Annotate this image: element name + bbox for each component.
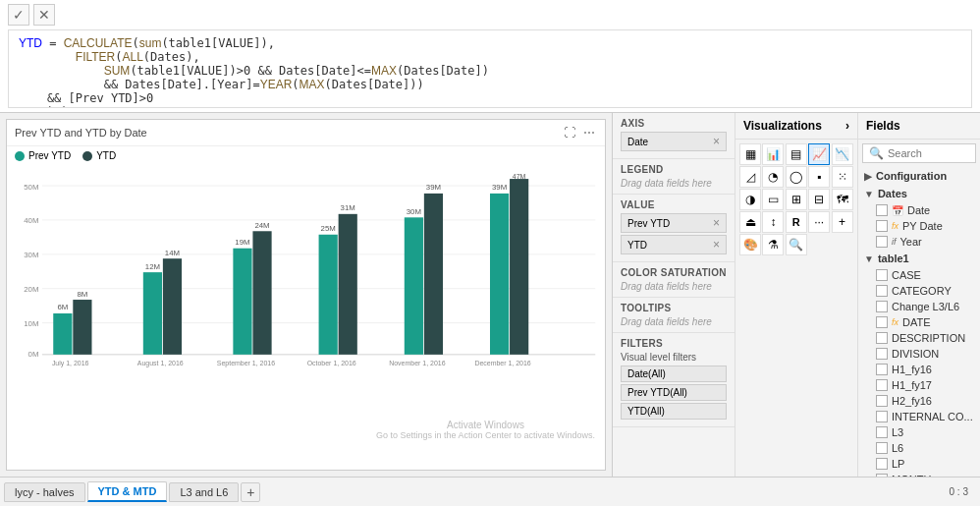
- viz-matrix[interactable]: ⊟: [808, 189, 830, 210]
- svg-text:July 1, 2016: July 1, 2016: [52, 360, 89, 367]
- filter-prev-ytd[interactable]: Prev YTD(All): [621, 384, 727, 401]
- viz-map[interactable]: 🗺: [832, 189, 853, 210]
- field-year[interactable]: if Year: [858, 234, 980, 250]
- viz-card[interactable]: ▭: [762, 189, 784, 210]
- tab-l3-l6[interactable]: L3 and L6: [169, 482, 239, 502]
- field-h1fy17[interactable]: H1_fy17: [858, 377, 980, 393]
- field-l6-cb[interactable]: [876, 442, 888, 454]
- tooltips-hint: Drag data fields here: [621, 316, 727, 327]
- field-h1fy17-cb[interactable]: [876, 379, 888, 391]
- field-year-cb[interactable]: [876, 236, 888, 248]
- field-py-date[interactable]: fx PY Date: [858, 218, 980, 234]
- field-internal-co[interactable]: INTERNAL CO...: [858, 409, 980, 424]
- fields-search-input[interactable]: [888, 147, 980, 159]
- viz-expand-icon[interactable]: ›: [845, 119, 849, 133]
- svg-text:0M: 0M: [28, 350, 39, 359]
- field-category[interactable]: CATEGORY: [858, 283, 980, 299]
- svg-text:30M: 30M: [24, 251, 38, 259]
- field-h2fy16-cb[interactable]: [876, 395, 888, 407]
- tab-lycy-halves[interactable]: lycy - halves: [4, 482, 85, 502]
- field-h1fy16[interactable]: H1_fy16: [858, 362, 980, 377]
- viz-gauge[interactable]: ◑: [739, 189, 761, 210]
- viz-custom[interactable]: +: [832, 211, 853, 233]
- chart-expand-icon[interactable]: ⛶: [562, 124, 577, 141]
- viz-line[interactable]: 📉: [832, 143, 853, 165]
- field-change-cb[interactable]: [876, 301, 888, 312]
- field-l6[interactable]: L6: [858, 440, 980, 456]
- ytd-pill[interactable]: YTD ×: [621, 235, 727, 254]
- viz-filter-tool[interactable]: ⚗: [762, 234, 784, 255]
- viz-pie[interactable]: ◔: [762, 166, 784, 188]
- field-case-cb[interactable]: [876, 269, 888, 281]
- chart-focus-icon[interactable]: ⋯: [581, 124, 597, 141]
- field-date-t1-label: DATE: [902, 316, 974, 328]
- viz-100-bar[interactable]: ▤: [786, 143, 807, 165]
- fields-search-box[interactable]: 🔍: [862, 143, 976, 163]
- field-date-cb[interactable]: [876, 204, 888, 216]
- svg-rect-33: [510, 179, 528, 355]
- tab-ytd-mtd[interactable]: YTD & MTD: [87, 481, 168, 502]
- content-row: Prev YTD and YTD by Date ⛶ ⋯ Prev YTD YT…: [0, 113, 980, 477]
- prev-ytd-pill[interactable]: Prev YTD ×: [621, 213, 727, 233]
- field-category-cb[interactable]: [876, 285, 888, 297]
- viz-analytics[interactable]: 🔍: [786, 234, 807, 255]
- formula-cancel-button[interactable]: ✕: [33, 4, 55, 26]
- field-category-label: CATEGORY: [892, 285, 974, 297]
- axis-date-remove[interactable]: ×: [713, 135, 720, 148]
- field-py-date-cb[interactable]: [876, 220, 888, 232]
- formula-editor[interactable]: YTD = CALCULATE(sum(table1[VALUE]), FILT…: [8, 29, 972, 108]
- viz-more[interactable]: ···: [808, 211, 830, 233]
- viz-stacked-bar[interactable]: ▦: [739, 143, 761, 165]
- field-l3[interactable]: L3: [858, 424, 980, 440]
- field-case[interactable]: CASE: [858, 267, 980, 283]
- filters-section: Filters Visual level filters Date(All) P…: [613, 333, 735, 427]
- viz-table[interactable]: ⊞: [786, 189, 807, 210]
- field-date[interactable]: 📅 Date: [858, 202, 980, 218]
- viz-area[interactable]: ◿: [739, 166, 761, 188]
- viz-donut[interactable]: ◯: [786, 166, 807, 188]
- field-h2fy16[interactable]: H2_fy16: [858, 393, 980, 409]
- viz-treemap[interactable]: ▪: [808, 166, 830, 188]
- field-date-t1-cb[interactable]: [876, 316, 888, 328]
- table1-arrow: ▼: [864, 253, 874, 264]
- tab-add-button[interactable]: +: [241, 482, 260, 502]
- legend-prev-dot: [15, 151, 25, 161]
- viz-r[interactable]: R: [786, 211, 807, 233]
- field-div-cb[interactable]: [876, 348, 888, 360]
- svg-text:14M: 14M: [165, 249, 180, 257]
- field-description[interactable]: DESCRIPTION: [858, 330, 980, 346]
- config-group[interactable]: ▶ Configuration: [858, 167, 980, 185]
- viz-bar[interactable]: 📊: [762, 143, 784, 165]
- prev-ytd-remove[interactable]: ×: [713, 216, 720, 230]
- field-internal-cb[interactable]: [876, 411, 888, 422]
- status-text: 0 : 3: [950, 486, 968, 497]
- field-lp-cb[interactable]: [876, 458, 888, 470]
- filter-ytd[interactable]: YTD(All): [621, 403, 727, 420]
- field-l3-label: L3: [892, 426, 974, 438]
- viz-column[interactable]: 📈: [808, 143, 830, 165]
- field-date-t1[interactable]: fx DATE: [858, 314, 980, 330]
- viz-waterfall[interactable]: ↕: [762, 211, 784, 233]
- field-division[interactable]: DIVISION: [858, 346, 980, 362]
- field-h1fy16-cb[interactable]: [876, 364, 888, 375]
- svg-text:6M: 6M: [57, 303, 68, 311]
- visual-filters-label: Visual level filters: [621, 352, 727, 363]
- dates-group[interactable]: ▼ Dates: [858, 185, 980, 202]
- tab-bar: lycy - halves YTD & MTD L3 and L6 + 0 : …: [0, 477, 980, 506]
- table1-group[interactable]: ▼ table1: [858, 250, 980, 267]
- viz-funnel[interactable]: ⏏: [739, 211, 761, 233]
- axis-date-field[interactable]: Date ×: [621, 132, 727, 151]
- viz-scatter[interactable]: ⁙: [832, 166, 853, 188]
- viz-format[interactable]: 🎨: [739, 234, 761, 255]
- field-change-l3l6[interactable]: Change L3/L6: [858, 299, 980, 314]
- svg-text:September 1, 2016: September 1, 2016: [217, 360, 275, 367]
- field-l3-cb[interactable]: [876, 426, 888, 438]
- filter-date[interactable]: Date(All): [621, 365, 727, 382]
- ytd-remove[interactable]: ×: [713, 238, 720, 252]
- formula-accept-button[interactable]: ✓: [8, 4, 29, 26]
- chart-main: Prev YTD and YTD by Date ⛶ ⋯ Prev YTD YT…: [6, 119, 606, 471]
- field-desc-cb[interactable]: [876, 332, 888, 344]
- field-lp[interactable]: LP: [858, 456, 980, 472]
- right-panels: Axis Date × Legend Drag data fields here…: [612, 113, 980, 477]
- viz-header: Visualizations ›: [735, 113, 857, 140]
